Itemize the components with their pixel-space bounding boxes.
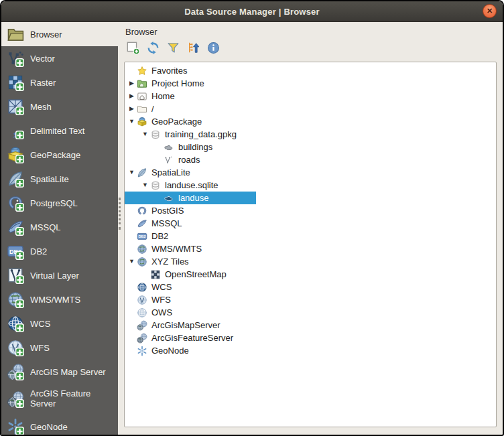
sidebar-tab-geopackage[interactable]: GeoPackage xyxy=(1,143,118,167)
sidebar-tab-raster[interactable]: Raster xyxy=(1,70,118,94)
project-home-icon xyxy=(137,78,147,89)
expand-arrow-icon[interactable]: ▶ xyxy=(127,90,137,102)
sidebar-tab-label: Vector xyxy=(30,54,55,64)
sidebar-tab-postgresql[interactable]: PostgreSQL xyxy=(1,191,118,215)
tree-item-ows[interactable]: OWS xyxy=(125,306,496,319)
show-properties-button[interactable] xyxy=(205,41,221,57)
tree-item-landuse[interactable]: landuse xyxy=(125,192,256,204)
sidebar-tab-spatialite[interactable]: SpatiaLite xyxy=(1,167,118,191)
wcs-icon xyxy=(6,315,24,333)
tree-item-label: ArcGisFeatureServer xyxy=(151,333,233,343)
virtual-layer-icon xyxy=(6,267,24,285)
filter-browser-button[interactable] xyxy=(165,41,181,57)
sidebar-tab-virtual-layer[interactable]: Virtual Layer xyxy=(1,263,118,287)
tree-item-label: Project Home xyxy=(151,78,204,88)
tree-item-favorites[interactable]: Favorites xyxy=(125,64,496,77)
spatialite-icon xyxy=(6,170,24,188)
tree-item-label: / xyxy=(151,104,154,114)
collapse-arrow-icon[interactable]: ▼ xyxy=(140,179,150,192)
tree-item-wcs[interactable]: WCS xyxy=(125,281,496,293)
tree-item-label: XYZ Tiles xyxy=(151,257,189,267)
sidebar-tab-mesh[interactable]: Mesh xyxy=(1,94,118,119)
tree-item-geopackage[interactable]: ▼GeoPackage xyxy=(125,115,496,128)
add-selected-layers-button[interactable] xyxy=(125,41,141,57)
arcgis-map-icon xyxy=(137,320,147,331)
osm-icon xyxy=(150,269,161,280)
geopackage-icon xyxy=(137,117,147,127)
tree-item-label: OpenStreetMap xyxy=(165,269,227,279)
window-content: BrowserVectorRasterMesh,Delimited TextGe… xyxy=(1,22,503,435)
polygon-icon xyxy=(164,193,174,204)
tree-item-xyz-tiles[interactable]: ▼XYZ Tiles xyxy=(125,255,496,268)
star-icon xyxy=(137,66,147,76)
sidebar-tab-mssql[interactable]: MSSQL xyxy=(1,215,118,239)
arcgis-feature-icon xyxy=(6,390,24,409)
browser-folder-icon xyxy=(6,25,24,44)
sidebar-tab-label: DB2 xyxy=(30,246,47,257)
sidebar-tab-geonode[interactable]: GeoNode xyxy=(1,415,118,435)
tree-item-label: DB2 xyxy=(151,231,168,241)
expand-arrow-icon[interactable]: ▶ xyxy=(127,77,137,90)
collapse-arrow-icon[interactable]: ▼ xyxy=(127,115,137,128)
tree-item-mssql[interactable]: MSSQL xyxy=(125,217,496,230)
postgresql-icon xyxy=(6,194,24,212)
svg-text:DB2: DB2 xyxy=(138,234,145,238)
wms-icon xyxy=(137,257,147,267)
tree-item-postgis[interactable]: PostGIS xyxy=(125,204,496,217)
collapse-all-button[interactable] xyxy=(185,41,201,57)
collapse-arrow-icon[interactable]: ▼ xyxy=(127,255,137,268)
vector-icon xyxy=(6,50,24,68)
sidebar-tab-vector[interactable]: Vector xyxy=(1,46,118,70)
panel-title: Browser xyxy=(125,27,497,37)
sidebar-tab-label: Virtual Layer xyxy=(30,271,79,281)
geopackage-icon xyxy=(6,146,24,164)
tree-item-label: training_data.gpkg xyxy=(165,129,237,139)
sidebar-tab-label: ArcGIS Feature Server xyxy=(30,389,115,409)
tree-item-wfs[interactable]: WFS xyxy=(125,293,496,306)
tree-item-wms-wmts[interactable]: WMS/WMTS xyxy=(125,242,496,255)
tree-item-label: OWS xyxy=(151,307,172,317)
ows-icon xyxy=(137,307,147,318)
collapse-arrow-icon[interactable]: ▼ xyxy=(127,166,137,179)
sidebar-tab-label: ArcGIS Map Server xyxy=(30,367,106,377)
tree-item-training-data-gpkg[interactable]: ▼training_data.gpkg xyxy=(125,128,496,141)
close-button[interactable]: ✕ xyxy=(483,4,497,18)
line-icon xyxy=(164,155,174,165)
collapse-arrow-icon[interactable]: ▼ xyxy=(140,128,150,141)
db2-icon: DB2 xyxy=(6,242,24,261)
tree-item-arcgisfeatureserver[interactable]: ArcGisFeatureServer xyxy=(125,332,496,344)
sidebar-tab-label: Mesh xyxy=(30,102,52,112)
tree-item-buildings[interactable]: buildings xyxy=(125,141,496,153)
tree-item-spatialite[interactable]: ▼SpatiaLite xyxy=(125,166,496,179)
sidebar-tab-db2[interactable]: DB2DB2 xyxy=(1,239,118,263)
tree-item-label: GeoNode xyxy=(151,346,189,356)
tree-item-label: buildings xyxy=(178,142,212,152)
sidebar-tab-label: WFS xyxy=(30,343,50,353)
sidebar-tab-delimited-text[interactable]: ,Delimited Text xyxy=(1,119,118,143)
sidebar-tab-wcs[interactable]: WCS xyxy=(1,311,118,336)
sidebar-tab-wfs[interactable]: WFS xyxy=(1,336,118,360)
sidebar-tab-wms-wmts[interactable]: WMS/WMTS xyxy=(1,287,118,311)
sidebar-tab-label: WMS/WMTS xyxy=(30,295,80,305)
wfs-icon xyxy=(137,295,147,305)
refresh-button[interactable] xyxy=(145,41,161,57)
sidebar-tab-browser[interactable]: Browser xyxy=(1,22,118,46)
tree-item-landuse-sqlite[interactable]: ▼landuse.sqlite xyxy=(125,179,496,192)
tree-item-roads[interactable]: roads xyxy=(125,153,496,166)
sidebar-tab-arcgis-map-server[interactable]: ArcGIS Map Server xyxy=(1,360,118,384)
sidebar-tab-arcgis-feature-server[interactable]: ArcGIS Feature Server xyxy=(1,384,118,415)
tree-item-root[interactable]: ▶/ xyxy=(125,102,496,115)
title-bar[interactable]: Data Source Manager | Browser ✕ xyxy=(1,1,503,22)
tree-item-openstreetmap[interactable]: OpenStreetMap xyxy=(125,268,496,281)
splitter-handle[interactable] xyxy=(119,198,123,230)
tree-item-home[interactable]: ▶Home xyxy=(125,90,496,102)
polygon-icon xyxy=(164,142,174,153)
tree-item-label: WCS xyxy=(151,282,172,292)
tree-item-db2[interactable]: DB2DB2 xyxy=(125,230,496,242)
tree-item-project-home[interactable]: ▶Project Home xyxy=(125,77,496,90)
tree-item-arcgismapserver[interactable]: ArcGisMapServer xyxy=(125,319,496,332)
tree-item-geonode[interactable]: GeoNode xyxy=(125,344,496,357)
expand-arrow-icon[interactable]: ▶ xyxy=(127,102,137,115)
tree-item-label: SpatiaLite xyxy=(151,167,190,177)
arcgis-map-icon xyxy=(6,363,24,381)
